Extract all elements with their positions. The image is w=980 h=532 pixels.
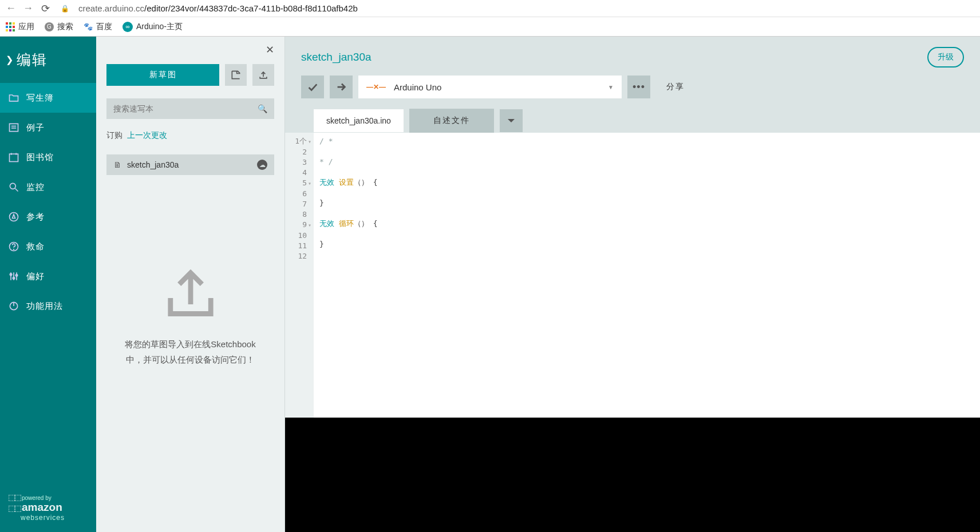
sidebar-item-examples[interactable]: 例子 bbox=[0, 113, 96, 142]
board-name: Arduino Uno bbox=[394, 82, 441, 92]
compass-icon bbox=[8, 211, 19, 223]
lock-icon: 🔒 bbox=[61, 5, 69, 13]
aws-badge: ⬚⬚powered by ⬚⬚amazon webservices bbox=[0, 486, 96, 532]
sidebar-item-label: 例子 bbox=[26, 122, 45, 133]
line-gutter: 1个▾2 3 4 5▾6 7 8 9▾10 11 12 bbox=[285, 133, 314, 418]
power-icon bbox=[8, 300, 19, 312]
tab-main-file[interactable]: sketch_jan30a.ino bbox=[314, 109, 404, 132]
upload-icon bbox=[159, 260, 222, 325]
ordering-row: 订购 上一次更改 bbox=[96, 119, 284, 141]
editor-area: sketch_jan30a 升级 —✕— Arduino Uno ▼ ••• 分… bbox=[285, 37, 980, 532]
sliders-icon bbox=[8, 271, 19, 282]
folder-icon bbox=[8, 92, 19, 104]
cloud-icon: ☁ bbox=[257, 160, 267, 170]
import-prompt: 将您的草图导入到在线Sketchbook中，并可以从任何设备访问它们！ bbox=[96, 175, 284, 532]
globe-icon: G bbox=[45, 22, 54, 31]
sketch-item[interactable]: 🗎 sketch_jan30a ☁ bbox=[106, 154, 274, 175]
bookmark-baidu[interactable]: 🐾 百度 bbox=[84, 22, 112, 32]
bookmark-arduino-home[interactable]: ∞ Arduino-主页 bbox=[122, 22, 183, 32]
monitor-icon bbox=[8, 181, 19, 193]
chevron-right-icon: ❯ bbox=[6, 54, 14, 65]
bookmark-label: 搜索 bbox=[57, 22, 73, 32]
search-icon: 🔍 bbox=[258, 104, 267, 113]
calendar-icon bbox=[8, 152, 19, 163]
chevron-down-icon: ▼ bbox=[608, 84, 614, 90]
more-menu-button[interactable]: ••• bbox=[627, 76, 650, 98]
sidebar-item-label: 图书馆 bbox=[26, 152, 54, 163]
sidebar-item-sketchbook[interactable]: 写生簿 bbox=[0, 83, 96, 113]
sidebar-item-label: 救命 bbox=[26, 241, 45, 252]
upload-sketch-button[interactable] bbox=[330, 76, 353, 98]
order-link[interactable]: 上一次更改 bbox=[127, 130, 167, 140]
reload-button[interactable]: ⟳ bbox=[40, 2, 50, 15]
sidebar: ❯ 编辑 写生簿 例子 图书馆 监控 参考 bbox=[0, 37, 96, 532]
sidebar-item-reference[interactable]: 参考 bbox=[0, 202, 96, 232]
sidebar-item-monitor[interactable]: 监控 bbox=[0, 172, 96, 202]
sidebar-item-help[interactable]: 救命 bbox=[0, 232, 96, 261]
sidebar-item-features[interactable]: 功能用法 bbox=[0, 291, 96, 321]
list-icon bbox=[8, 122, 19, 133]
browser-toolbar: ← → ⟳ 🔒 create.arduino.cc/editor/234vor/… bbox=[0, 0, 980, 17]
back-button[interactable]: ← bbox=[6, 2, 16, 14]
url-host: create.arduino.cc bbox=[78, 3, 144, 13]
sidebar-item-label: 写生簿 bbox=[26, 93, 54, 104]
share-button[interactable]: 分享 bbox=[656, 76, 695, 98]
bookmark-search[interactable]: G 搜索 bbox=[45, 22, 73, 32]
apps-button[interactable]: 应用 bbox=[6, 22, 34, 32]
sidebar-item-preferences[interactable]: 偏好 bbox=[0, 261, 96, 291]
svg-rect-3 bbox=[10, 154, 18, 161]
upgrade-button[interactable]: 升级 bbox=[927, 47, 964, 68]
edit-menu[interactable]: ❯ 编辑 bbox=[0, 37, 96, 83]
forward-button[interactable]: → bbox=[23, 2, 33, 14]
apps-grid-icon bbox=[6, 22, 15, 31]
sketch-name: sketch_jan30a bbox=[127, 160, 179, 169]
code-editor[interactable]: 1个▾2 3 4 5▾6 7 8 9▾10 11 12 / * * / 无效 设… bbox=[285, 133, 980, 418]
bookmark-label: 百度 bbox=[96, 22, 112, 32]
import-prompt-text: 将您的草图导入到在线Sketchbook中，并可以从任何设备访问它们！ bbox=[119, 336, 262, 367]
svg-line-7 bbox=[15, 189, 18, 192]
bookmark-label: 应用 bbox=[18, 22, 34, 32]
baidu-icon: 🐾 bbox=[84, 22, 93, 31]
url-bar[interactable]: create.arduino.cc/editor/234vor/443837dc… bbox=[78, 3, 358, 13]
order-label: 订购 bbox=[106, 130, 122, 140]
sidebar-item-label: 偏好 bbox=[26, 271, 45, 282]
bookmark-label: Arduino-主页 bbox=[136, 22, 183, 32]
sidebar-item-libraries[interactable]: 图书馆 bbox=[0, 142, 96, 172]
output-console bbox=[285, 418, 980, 532]
new-sketch-label: 新草图 bbox=[149, 70, 177, 80]
svg-point-6 bbox=[10, 183, 15, 189]
bookmarks-bar: 应用 G 搜索 🐾 百度 ∞ Arduino-主页 bbox=[0, 17, 980, 37]
arduino-icon: ∞ bbox=[122, 22, 133, 32]
search-input[interactable] bbox=[113, 104, 258, 113]
sketchbook-panel: ✕ 新草图 🔍 订购 上一次更改 🗎 sketch_jan30a ☁ bbox=[96, 37, 285, 532]
edit-label: 编辑 bbox=[17, 50, 48, 69]
sidebar-item-label: 监控 bbox=[26, 182, 45, 193]
close-icon[interactable]: ✕ bbox=[266, 43, 274, 56]
tab-readme[interactable]: 自述文件 bbox=[409, 109, 494, 133]
upload-button[interactable] bbox=[252, 64, 274, 86]
board-status-icon: —✕— bbox=[366, 83, 386, 91]
sidebar-item-label: 功能用法 bbox=[26, 301, 63, 312]
url-path: /editor/234vor/443837dc-3ca7-411b-b08d-f… bbox=[144, 3, 358, 13]
tab-dropdown-button[interactable] bbox=[500, 109, 523, 132]
sidebar-item-label: 参考 bbox=[26, 212, 45, 223]
svg-point-10 bbox=[14, 249, 14, 250]
board-selector[interactable]: —✕— Arduino Uno ▼ bbox=[358, 76, 622, 98]
sketch-title[interactable]: sketch_jan30a bbox=[301, 51, 372, 63]
verify-button[interactable] bbox=[301, 76, 324, 98]
file-icon: 🗎 bbox=[113, 160, 121, 169]
import-button[interactable] bbox=[225, 64, 247, 86]
new-sketch-button[interactable]: 新草图 bbox=[106, 64, 219, 86]
help-icon bbox=[8, 241, 19, 252]
search-sketchbook[interactable]: 🔍 bbox=[106, 98, 274, 119]
code-content[interactable]: / * * / 无效 设置（） { } 无效 循环（） { } bbox=[314, 133, 980, 418]
